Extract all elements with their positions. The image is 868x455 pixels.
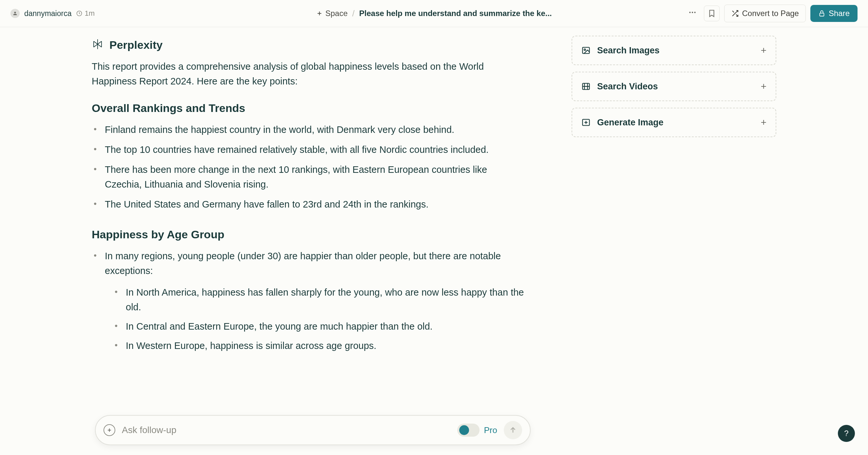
arrow-up-icon (509, 426, 517, 434)
main-content: Perplexity This report provides a compre… (0, 32, 868, 358)
space-button[interactable]: Space (316, 9, 347, 18)
brand-row: Perplexity (92, 38, 526, 52)
generate-image-card[interactable]: Generate Image + (571, 108, 776, 137)
shuffle-icon (731, 9, 739, 18)
input-bar-wrapper: Pro (95, 415, 531, 445)
follow-up-input[interactable] (122, 425, 451, 435)
pro-toggle-wrap: Pro (457, 424, 497, 437)
lock-icon (818, 10, 826, 17)
section-heading: Happiness by Age Group (92, 228, 526, 241)
clock-icon (76, 10, 83, 17)
brand-name: Perplexity (110, 39, 163, 52)
list-item: In North America, happiness has fallen s… (126, 285, 526, 315)
more-menu-button[interactable] (686, 6, 699, 21)
svg-point-2 (691, 12, 693, 13)
bullet-list: In many regions, young people (under 30)… (92, 249, 526, 354)
bullet-list: Finland remains the happiest country in … (92, 123, 526, 212)
page-title[interactable]: Please help me understand and summarize … (359, 9, 552, 18)
person-icon (12, 11, 18, 16)
card-label: Generate Image (597, 118, 663, 128)
dots-icon (688, 8, 697, 17)
svg-point-6 (584, 49, 586, 51)
perplexity-icon (92, 38, 103, 52)
card-left: Search Videos (581, 82, 658, 92)
list-item: The top 10 countries have remained relat… (105, 142, 526, 157)
generate-icon (581, 118, 591, 127)
attach-button[interactable] (103, 424, 115, 436)
card-left: Generate Image (581, 118, 663, 128)
user-avatar[interactable] (10, 9, 20, 18)
username[interactable]: dannymaiorca (24, 9, 71, 18)
pro-label: Pro (484, 425, 497, 435)
breadcrumb-separator: / (352, 8, 354, 19)
list-item: The United States and Germany have falle… (105, 197, 526, 212)
bookmark-icon (708, 9, 716, 18)
svg-point-1 (689, 12, 690, 13)
toggle-knob (459, 425, 469, 435)
list-item: There has been more change in the next 1… (105, 162, 526, 192)
plus-icon (316, 10, 322, 17)
plus-circle-icon (106, 427, 113, 433)
search-videos-card[interactable]: Search Videos + (571, 72, 776, 101)
breadcrumb: Space / Please help me understand and su… (316, 8, 552, 19)
list-item: Finland remains the happiest country in … (105, 123, 526, 137)
list-item-text: In many regions, young people (under 30)… (105, 251, 501, 276)
sidebar: Search Images + Search Videos + Generate… (571, 32, 776, 358)
share-button[interactable]: Share (810, 5, 858, 22)
bookmark-button[interactable] (704, 6, 720, 21)
plus-icon: + (761, 45, 767, 56)
follow-up-input-bar: Pro (95, 415, 531, 445)
video-icon (581, 82, 591, 91)
pro-toggle[interactable] (457, 424, 479, 437)
top-header: dannymaiorca 1m Space / Please help me u… (0, 0, 868, 27)
plus-icon: + (761, 117, 767, 128)
header-right: Convert to Page Share (686, 5, 858, 22)
convert-to-page-button[interactable]: Convert to Page (724, 5, 806, 22)
space-label: Space (325, 9, 347, 18)
search-images-card[interactable]: Search Images + (571, 36, 776, 65)
intro-text: This report provides a comprehensive ana… (92, 59, 526, 89)
card-left: Search Images (581, 45, 660, 56)
list-item: In Central and Eastern Europe, the young… (126, 319, 526, 334)
svg-rect-4 (820, 13, 824, 16)
header-left: dannymaiorca 1m (10, 9, 95, 18)
card-label: Search Videos (597, 82, 658, 92)
image-icon (581, 46, 591, 55)
submit-button[interactable] (504, 421, 522, 439)
plus-icon: + (761, 81, 767, 92)
share-label: Share (829, 9, 850, 18)
list-item: In many regions, young people (under 30)… (105, 249, 526, 354)
nested-list: In North America, happiness has fallen s… (105, 285, 526, 353)
svg-point-3 (694, 12, 695, 13)
convert-label: Convert to Page (742, 9, 799, 18)
section-heading: Overall Rankings and Trends (92, 102, 526, 115)
list-item: In Western Europe, happiness is similar … (126, 338, 526, 353)
article: Perplexity This report provides a compre… (92, 32, 526, 358)
timestamp-text: 1m (85, 9, 95, 18)
help-button[interactable]: ? (838, 425, 855, 442)
timestamp: 1m (76, 9, 95, 18)
card-label: Search Images (597, 45, 660, 56)
